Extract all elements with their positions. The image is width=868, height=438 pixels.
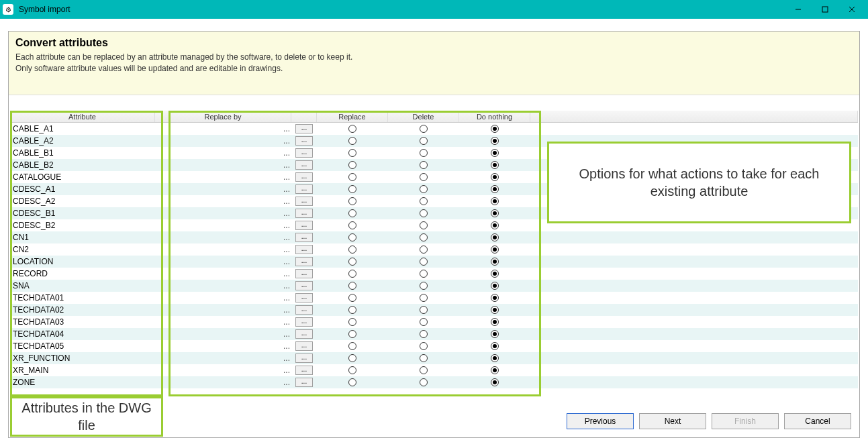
replace-by-cell[interactable]: ... bbox=[155, 231, 291, 243]
delete-radio[interactable] bbox=[420, 306, 428, 314]
replace-by-cell[interactable]: ... bbox=[155, 376, 291, 388]
table-row[interactable]: CN1...... bbox=[10, 231, 858, 243]
do-nothing-radio[interactable] bbox=[491, 161, 499, 169]
delete-radio[interactable] bbox=[420, 270, 428, 278]
replace-by-cell[interactable]: ... bbox=[155, 316, 291, 328]
delete-radio[interactable] bbox=[420, 245, 428, 254]
picker-button[interactable]: ... bbox=[295, 269, 313, 278]
replace-by-cell[interactable]: ... bbox=[155, 123, 291, 135]
replace-by-cell[interactable]: ... bbox=[155, 280, 291, 292]
replace-radio[interactable] bbox=[348, 125, 356, 133]
table-row[interactable]: ZONE...... bbox=[10, 376, 858, 388]
replace-by-cell[interactable]: ... bbox=[155, 304, 291, 316]
do-nothing-radio[interactable] bbox=[491, 318, 499, 326]
table-row[interactable]: RECORD...... bbox=[10, 268, 858, 280]
picker-button[interactable]: ... bbox=[295, 305, 313, 315]
picker-button[interactable]: ... bbox=[295, 160, 313, 170]
do-nothing-radio[interactable] bbox=[491, 173, 499, 181]
replace-by-cell[interactable]: ... bbox=[155, 243, 291, 256]
replace-radio[interactable] bbox=[348, 270, 356, 278]
replace-by-cell[interactable]: ... bbox=[155, 135, 291, 147]
picker-button[interactable]: ... bbox=[295, 257, 313, 266]
replace-by-cell[interactable]: ... bbox=[155, 159, 291, 171]
col-header-delete[interactable]: Delete bbox=[388, 111, 459, 122]
delete-radio[interactable] bbox=[420, 185, 428, 193]
col-header-do-nothing[interactable]: Do nothing bbox=[459, 111, 530, 122]
table-row[interactable]: SNA...... bbox=[10, 280, 858, 292]
picker-button[interactable]: ... bbox=[295, 353, 313, 363]
table-row[interactable]: TECHDATA04...... bbox=[10, 328, 858, 340]
replace-by-cell[interactable]: ... bbox=[155, 328, 291, 340]
picker-button[interactable]: ... bbox=[295, 378, 313, 387]
do-nothing-radio[interactable] bbox=[491, 137, 499, 145]
replace-radio[interactable] bbox=[348, 161, 356, 169]
replace-radio[interactable] bbox=[348, 318, 356, 326]
replace-radio[interactable] bbox=[348, 354, 356, 362]
delete-radio[interactable] bbox=[420, 209, 428, 217]
replace-by-cell[interactable]: ... bbox=[155, 183, 291, 195]
replace-radio[interactable] bbox=[348, 294, 356, 302]
replace-radio[interactable] bbox=[348, 366, 356, 374]
delete-radio[interactable] bbox=[420, 366, 428, 374]
picker-button[interactable]: ... bbox=[295, 233, 313, 242]
delete-radio[interactable] bbox=[420, 330, 428, 338]
next-button[interactable]: Next bbox=[639, 413, 706, 429]
table-row[interactable]: XR_FUNCTION...... bbox=[10, 352, 858, 364]
replace-by-cell[interactable]: ... bbox=[155, 364, 291, 376]
do-nothing-radio[interactable] bbox=[491, 378, 499, 386]
do-nothing-radio[interactable] bbox=[491, 185, 499, 193]
picker-button[interactable]: ... bbox=[295, 329, 313, 339]
table-row[interactable]: LOCATION...... bbox=[10, 256, 858, 268]
replace-by-cell[interactable]: ... bbox=[155, 195, 291, 207]
picker-button[interactable]: ... bbox=[295, 172, 313, 182]
do-nothing-radio[interactable] bbox=[491, 270, 499, 278]
delete-radio[interactable] bbox=[420, 318, 428, 326]
delete-radio[interactable] bbox=[420, 173, 428, 181]
do-nothing-radio[interactable] bbox=[491, 330, 499, 338]
do-nothing-radio[interactable] bbox=[491, 245, 499, 254]
delete-radio[interactable] bbox=[420, 125, 428, 133]
delete-radio[interactable] bbox=[420, 282, 428, 290]
delete-radio[interactable] bbox=[420, 221, 428, 229]
do-nothing-radio[interactable] bbox=[491, 197, 499, 205]
delete-radio[interactable] bbox=[420, 258, 428, 266]
minimize-button[interactable] bbox=[785, 0, 812, 19]
replace-radio[interactable] bbox=[348, 209, 356, 217]
col-header-attribute[interactable]: Attribute bbox=[10, 111, 155, 122]
picker-button[interactable]: ... bbox=[295, 366, 313, 375]
do-nothing-radio[interactable] bbox=[491, 354, 499, 362]
picker-button[interactable]: ... bbox=[295, 184, 313, 194]
do-nothing-radio[interactable] bbox=[491, 306, 499, 314]
do-nothing-radio[interactable] bbox=[491, 221, 499, 229]
cancel-button[interactable]: Cancel bbox=[784, 413, 851, 429]
maximize-button[interactable] bbox=[812, 0, 838, 19]
replace-by-cell[interactable]: ... bbox=[155, 207, 291, 219]
table-row[interactable]: TECHDATA03...... bbox=[10, 316, 858, 328]
picker-button[interactable]: ... bbox=[295, 221, 313, 230]
picker-button[interactable]: ... bbox=[295, 136, 313, 146]
table-row[interactable]: CN2...... bbox=[10, 243, 858, 256]
do-nothing-radio[interactable] bbox=[491, 342, 499, 350]
replace-radio[interactable] bbox=[348, 137, 356, 145]
picker-button[interactable]: ... bbox=[295, 124, 313, 133]
close-button[interactable] bbox=[838, 0, 865, 19]
picker-button[interactable]: ... bbox=[295, 209, 313, 218]
do-nothing-radio[interactable] bbox=[491, 233, 499, 241]
replace-radio[interactable] bbox=[348, 221, 356, 229]
do-nothing-radio[interactable] bbox=[491, 258, 499, 266]
table-row[interactable]: XR_MAIN...... bbox=[10, 364, 858, 376]
col-header-replace[interactable]: Replace bbox=[317, 111, 388, 122]
replace-by-cell[interactable]: ... bbox=[155, 292, 291, 304]
delete-radio[interactable] bbox=[420, 197, 428, 205]
do-nothing-radio[interactable] bbox=[491, 282, 499, 290]
table-row[interactable]: TECHDATA05...... bbox=[10, 340, 858, 352]
replace-by-cell[interactable]: ... bbox=[155, 219, 291, 231]
replace-by-cell[interactable]: ... bbox=[155, 352, 291, 364]
delete-radio[interactable] bbox=[420, 233, 428, 241]
replace-radio[interactable] bbox=[348, 197, 356, 205]
picker-button[interactable]: ... bbox=[295, 148, 313, 158]
replace-radio[interactable] bbox=[348, 233, 356, 241]
replace-by-cell[interactable]: ... bbox=[155, 256, 291, 268]
delete-radio[interactable] bbox=[420, 294, 428, 302]
do-nothing-radio[interactable] bbox=[491, 125, 499, 133]
